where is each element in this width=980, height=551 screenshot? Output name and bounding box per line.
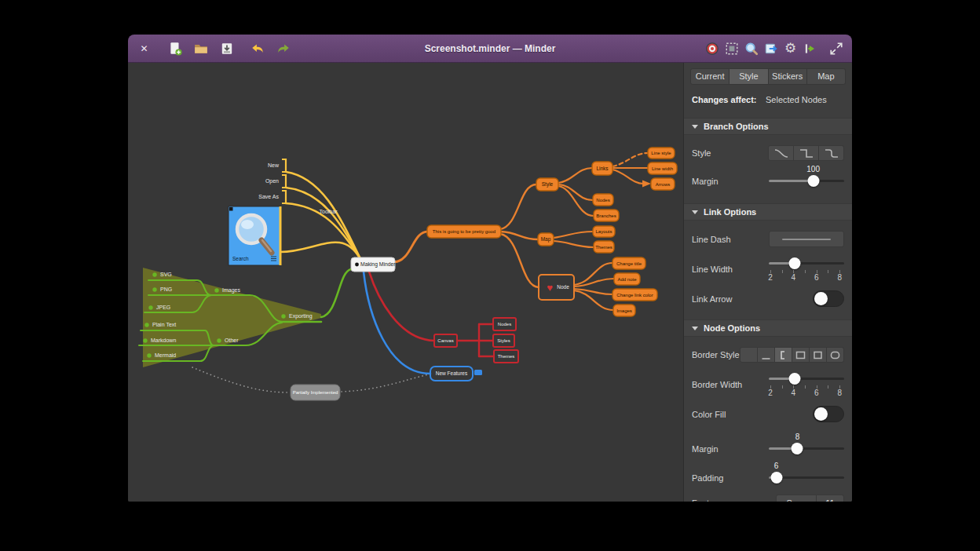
tab-stickers[interactable]: Stickers bbox=[769, 68, 807, 85]
node-canvas-node[interactable]: Canvas bbox=[434, 334, 457, 347]
tab-current[interactable]: Current bbox=[690, 68, 730, 85]
node-making-minder[interactable]: Making Minder bbox=[351, 257, 396, 272]
node-label: Styles bbox=[497, 338, 510, 343]
node-search[interactable]: Search bbox=[229, 206, 280, 265]
node-new[interactable]: New bbox=[268, 159, 286, 172]
node-partially-implemented[interactable]: Partially Implemented bbox=[291, 385, 340, 400]
branch-options-header[interactable]: Branch Options bbox=[684, 118, 852, 135]
changes-affect-value[interactable]: Selected Nodes bbox=[766, 95, 844, 104]
branch-style-row: Style bbox=[684, 145, 852, 161]
branch-margin-slider[interactable]: 100 bbox=[769, 175, 844, 187]
border-underline-button[interactable] bbox=[758, 347, 775, 363]
node-themes-canvas[interactable]: Themes bbox=[494, 350, 518, 363]
node-toolbar[interactable]: Toolbar bbox=[320, 209, 338, 214]
open-button[interactable] bbox=[191, 38, 210, 58]
node-styles-canvas[interactable]: Styles bbox=[493, 334, 514, 347]
bracket-border-icon bbox=[282, 175, 286, 188]
sidebar-tabs: Current Style Stickers Map bbox=[690, 68, 846, 85]
node-add-note[interactable]: Add note bbox=[614, 273, 640, 285]
node-style[interactable]: Style bbox=[536, 178, 558, 191]
slider-knob[interactable] bbox=[807, 175, 819, 187]
close-button[interactable]: ✕ bbox=[134, 38, 154, 58]
font-size-button[interactable]: 11 bbox=[817, 494, 844, 502]
mindmap-canvas[interactable]: NewOpenSave AsToolbarSearchMaking Minder… bbox=[128, 63, 683, 502]
settings-button[interactable]: ⚙ bbox=[781, 38, 800, 58]
focus-mode-button[interactable] bbox=[702, 38, 722, 58]
node-change-link-color[interactable]: Change link color bbox=[612, 289, 657, 301]
node-nodes-canvas[interactable]: Nodes bbox=[493, 318, 516, 330]
slider-knob[interactable] bbox=[788, 257, 800, 269]
node-line-width[interactable]: Line width bbox=[648, 162, 677, 174]
link-options-header[interactable]: Link Options bbox=[684, 203, 852, 221]
new-document-icon bbox=[168, 42, 182, 56]
node-new-features[interactable]: New Features bbox=[430, 367, 473, 381]
node-this-is-going-to-be-pretty-good[interactable]: This is going to be pretty good bbox=[427, 225, 501, 238]
border-rounded-button[interactable] bbox=[827, 347, 844, 363]
node-save-as[interactable]: Save As bbox=[258, 191, 286, 203]
node-options-header[interactable]: Node Options bbox=[684, 319, 852, 337]
select-all-button[interactable] bbox=[722, 38, 741, 58]
slider-track[interactable] bbox=[769, 262, 844, 265]
undo-button[interactable] bbox=[247, 38, 267, 58]
slider-track[interactable] bbox=[769, 180, 844, 182]
line-width-slider[interactable] bbox=[769, 257, 844, 269]
branch-style-rounded-button[interactable] bbox=[819, 145, 844, 161]
node-change-title[interactable]: Change title bbox=[612, 257, 645, 269]
color-fill-toggle[interactable] bbox=[813, 406, 844, 422]
export-image-button[interactable] bbox=[761, 38, 781, 58]
line-dash-button[interactable] bbox=[769, 231, 844, 247]
border-none-button[interactable] bbox=[740, 347, 758, 363]
color-fill-row: Color Fill bbox=[684, 406, 852, 422]
export-button[interactable] bbox=[800, 38, 820, 58]
record-target-icon bbox=[705, 42, 719, 56]
save-button[interactable] bbox=[217, 38, 236, 58]
node-links[interactable]: Links bbox=[592, 162, 612, 175]
save-icon bbox=[220, 42, 234, 56]
new-document-button[interactable] bbox=[165, 38, 185, 58]
border-square-button[interactable] bbox=[792, 347, 810, 363]
branch-style-curved-button[interactable] bbox=[768, 145, 794, 161]
redo-button[interactable] bbox=[273, 38, 293, 58]
slider-knob[interactable] bbox=[788, 373, 800, 385]
node-themes-map[interactable]: Themes bbox=[594, 241, 614, 253]
node-arrows[interactable]: Arrows bbox=[651, 178, 675, 190]
slider-track[interactable] bbox=[769, 378, 844, 380]
grid-select-icon bbox=[725, 42, 739, 56]
branch-link bbox=[321, 269, 351, 317]
border-bracket-button[interactable] bbox=[775, 347, 792, 363]
font-family-button[interactable]: Sans bbox=[776, 494, 817, 502]
node-margin-slider[interactable]: 8 bbox=[769, 443, 844, 454]
border-width-slider[interactable] bbox=[769, 373, 844, 385]
node-layouts[interactable]: Layouts bbox=[593, 226, 615, 237]
node-nodes-style[interactable]: Nodes bbox=[593, 194, 613, 206]
node-label: PNG bbox=[160, 286, 172, 292]
tab-map[interactable]: Map bbox=[807, 68, 846, 85]
border-square2-button[interactable] bbox=[810, 347, 827, 363]
node-note-chip[interactable] bbox=[474, 370, 482, 375]
slider-knob[interactable] bbox=[792, 443, 803, 454]
zoom-button[interactable] bbox=[741, 38, 761, 58]
branch-style-squared-button[interactable] bbox=[794, 145, 819, 161]
link-arrow-row: Link Arrow bbox=[684, 290, 852, 307]
arrowhead-arrows bbox=[642, 181, 651, 188]
fullscreen-button[interactable] bbox=[826, 38, 846, 58]
node-node[interactable]: ♥Node bbox=[539, 275, 574, 300]
node-images-node[interactable]: Images bbox=[613, 305, 635, 316]
node-line-style[interactable]: Line style bbox=[648, 148, 675, 159]
line-width-control: 2 4 6 8 bbox=[769, 257, 844, 281]
node-branches[interactable]: Branches bbox=[594, 210, 619, 221]
slider-knob[interactable] bbox=[770, 472, 782, 483]
corner-mark-icon bbox=[229, 207, 233, 211]
link-options-title: Link Options bbox=[704, 207, 756, 217]
leaf-dot-icon bbox=[148, 305, 152, 309]
node-padding-slider[interactable]: 6 bbox=[769, 472, 844, 483]
link-arrow-toggle[interactable] bbox=[813, 290, 844, 307]
node-margin-value: 8 bbox=[795, 432, 800, 441]
node-open[interactable]: Open bbox=[265, 175, 286, 188]
node-label: Node bbox=[557, 284, 569, 290]
node-label: Change title bbox=[616, 261, 642, 266]
node-map[interactable]: Map bbox=[538, 233, 554, 246]
slider-track[interactable] bbox=[769, 447, 844, 450]
tab-style[interactable]: Style bbox=[730, 68, 768, 85]
leaf-dot-icon bbox=[214, 288, 218, 292]
